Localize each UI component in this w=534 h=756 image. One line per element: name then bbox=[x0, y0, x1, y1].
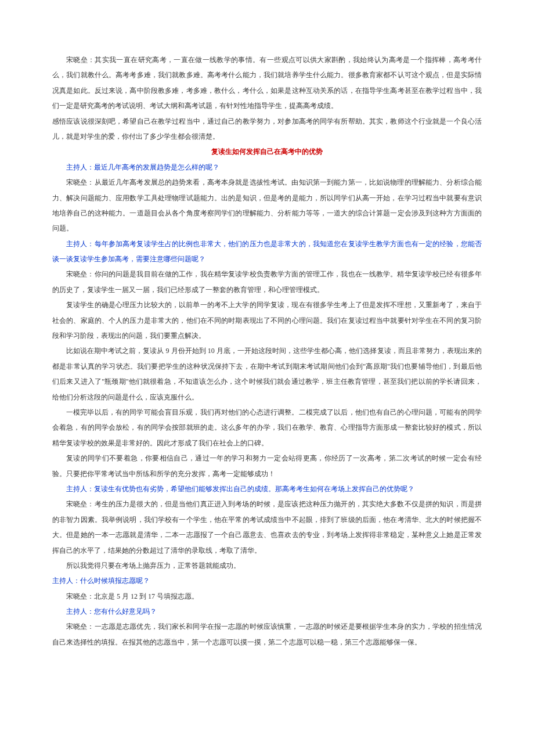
host-question: 主持人：最近几年高考的发展趋势是怎么样的呢？ bbox=[52, 160, 482, 175]
host-question: 主持人：每年参加高考复读学生占的比例也非常大，他们的压力也是非常大的，我知道您在… bbox=[52, 236, 482, 267]
answer-paragraph: 所以我觉得只要在考场上抛弃压力，正常答题就能成功。 bbox=[52, 558, 482, 573]
answer-paragraph: 宋晓垒：从最近几年高考发展总的趋势来看，高考本身就是选拔性考试。由知识第一到能力… bbox=[52, 175, 482, 236]
section-heading: 复读生如何发挥自己在高考中的优势 bbox=[52, 144, 482, 159]
answer-paragraph: 宋晓垒：你问的问题是我目前在做的工作，我在精华复读学校负责教学方面的管理工作，我… bbox=[52, 267, 482, 297]
answer-paragraph: 宋晓垒：考生的压力是很大的，但是当他们真正进入到考场的时候，是应该把这种压力抛开… bbox=[52, 496, 482, 558]
article-page: 宋晓垒：其实我一直在研究高考，一直在做一线教学的事情。有一些观点可以供大家斟酌，… bbox=[0, 0, 534, 702]
answer-paragraph: 比如说在期中考试之前，复读从 9 月份开始到 10 月底，一开始这段时间，这些学… bbox=[52, 343, 482, 405]
answer-paragraph: 复读的同学们不要着急，你要相信自己，通过一年的学习和努力一定会站得更高，你经历了… bbox=[52, 451, 482, 481]
answer-paragraph: 复读学生的确是心理压力比较大的，以前单一的考不上大学的同学复读，现在有很多学生考… bbox=[52, 297, 482, 343]
answer-paragraph: 一模完毕以后，有的同学可能会盲目乐观，我们再对他们的心态进行调整。二模完成了以后… bbox=[52, 405, 482, 451]
answer-paragraph: 宋晓垒：一志愿是志愿优先，我们家长和同学在报一志愿的时候应该慎重，一志愿的时候还… bbox=[52, 619, 482, 650]
answer-paragraph: 宋晓垒：其实我一直在研究高考，一直在做一线教学的事情。有一些观点可以供大家斟酌，… bbox=[52, 52, 482, 114]
host-question: 主持人：您有什么好意见吗？ bbox=[52, 604, 482, 619]
host-question: 主持人：复读生有优势也有劣势，希望他们能够发挥出自己的成绩。那高考考生如何在考场… bbox=[52, 481, 482, 496]
answer-paragraph: 感悟应该说很深刻吧，希望自己在教学过程当中，通过自己的教学努力，对参加高考的同学… bbox=[52, 114, 482, 145]
answer-paragraph: 宋晓垒：北京是 5 月 12 到 17 号填报志愿。 bbox=[52, 589, 482, 604]
host-question: 主持人：什么时候填报志愿呢？ bbox=[52, 573, 482, 588]
